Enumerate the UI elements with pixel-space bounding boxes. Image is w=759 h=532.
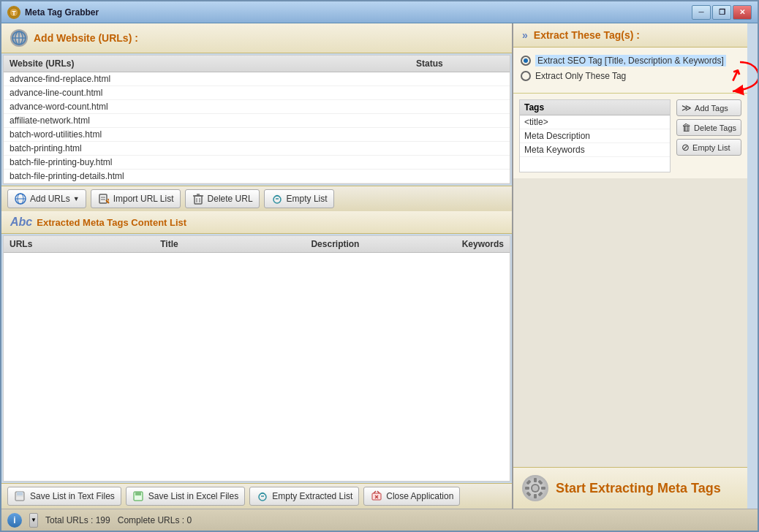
keywords-column-header: Keywords — [462, 239, 504, 249]
empty-extracted-list-label: Empty Extracted List — [272, 491, 352, 501]
tags-list-item[interactable]: Meta Description — [520, 129, 670, 143]
url-column-header: Website (URLs) — [10, 58, 416, 69]
add-tags-button[interactable]: ≫ Add Tags — [676, 99, 741, 116]
svg-rect-40 — [541, 487, 545, 490]
save-excel-files-label: Save List in Excel Files — [148, 491, 238, 501]
list-item[interactable]: advance-line-count.html — [4, 86, 510, 100]
radio-only-circle[interactable] — [521, 71, 531, 81]
radio-seo-circle[interactable] — [521, 56, 531, 66]
svg-point-36 — [532, 485, 538, 491]
svg-rect-23 — [16, 497, 23, 500]
svg-rect-9 — [99, 194, 107, 203]
extracted-table-header: URLs Title Description Keywords — [4, 236, 510, 253]
start-extracting-label: Start Extracting Meta Tags — [556, 481, 721, 496]
delete-tags-icon: 🗑 — [681, 122, 691, 133]
save-text-files-label: Save List in Text Files — [30, 491, 115, 501]
close-button[interactable]: ✕ — [733, 5, 752, 20]
list-item[interactable]: advance-word-count.html — [4, 100, 510, 114]
list-item[interactable]: batch-word-utilities.html — [4, 128, 510, 142]
svg-rect-42 — [526, 491, 531, 496]
app-icon: T — [7, 6, 20, 19]
title-bar: T Meta Tag Grabber ─ ❐ ✕ — [1, 1, 758, 23]
tags-panel: Tags <title> Meta Description Meta Keywo… — [513, 94, 747, 178]
tags-list-item[interactable]: Meta Keywords — [520, 143, 670, 157]
abc-icon: Abc — [10, 216, 32, 229]
save-excel-files-button[interactable]: Save List in Excel Files — [126, 487, 245, 506]
info-button[interactable]: i — [7, 513, 22, 528]
svg-rect-43 — [537, 479, 543, 484]
start-extracting-button[interactable]: Start Extracting Meta Tags — [513, 467, 747, 509]
complete-urls-status: Complete URLs : 0 — [118, 515, 192, 525]
extracted-table[interactable]: URLs Title Description Keywords — [3, 235, 510, 482]
restore-button[interactable]: ❐ — [712, 5, 731, 20]
urls-column-header: URLs — [10, 239, 160, 249]
arrows-icon: » — [522, 29, 528, 41]
left-section: Add Website (URLs) : Website (URLs) Stat… — [1, 23, 513, 509]
empty-extracted-icon — [256, 490, 269, 503]
import-url-list-button[interactable]: Import URL List — [91, 189, 181, 208]
tags-list-item[interactable]: <title> — [520, 115, 670, 129]
list-item[interactable]: batch-printing.html — [4, 142, 510, 156]
save-excel-icon — [132, 490, 146, 503]
delete-tags-label: Delete Tags — [694, 123, 736, 132]
delete-tags-button[interactable]: 🗑 Delete Tags — [676, 119, 741, 136]
delete-url-label: Delete URL — [208, 194, 253, 204]
url-list-container[interactable]: Website (URLs) Status advance-find-repla… — [3, 55, 510, 184]
svg-rect-37 — [534, 478, 537, 482]
extracted-table-body — [4, 253, 510, 481]
delete-icon — [192, 192, 205, 205]
status-bar: i ▼ Total URLs : 199 Complete URLs : 0 — [1, 509, 758, 531]
add-urls-button[interactable]: Add URLs ▼ — [7, 189, 86, 208]
red-arrow-svg — [689, 58, 747, 95]
tags-list-header: Tags — [520, 100, 670, 115]
svg-text:T: T — [12, 10, 16, 17]
bottom-toolbar: Save List in Text Files Save List in Exc… — [1, 483, 512, 509]
url-list-body[interactable]: advance-find-replace.html advance-line-c… — [4, 72, 510, 183]
add-website-title: Add Website (URLs) : — [34, 32, 138, 44]
empty-tags-list-button[interactable]: ⊘ Empty List — [676, 139, 741, 156]
svg-rect-41 — [526, 479, 531, 484]
svg-rect-26 — [135, 497, 142, 500]
add-tags-label: Add Tags — [695, 104, 728, 113]
url-panel: Add Website (URLs) : Website (URLs) Stat… — [1, 23, 512, 211]
save-text-files-button[interactable]: Save List in Text Files — [7, 487, 121, 506]
minimize-button[interactable]: ─ — [692, 5, 711, 20]
empty-list-button[interactable]: Empty List — [264, 189, 334, 208]
close-application-button[interactable]: Close Application — [363, 487, 460, 506]
extract-header: » Extract These Tag(s) : — [513, 23, 747, 48]
close-app-icon — [370, 490, 383, 503]
website-icon — [10, 29, 28, 47]
add-website-header: Add Website (URLs) : — [1, 23, 512, 53]
svg-rect-44 — [537, 491, 543, 496]
add-urls-dropdown-arrow[interactable]: ▼ — [73, 195, 80, 202]
url-list-header: Website (URLs) Status — [4, 56, 510, 72]
gear-icon — [522, 475, 548, 501]
window-controls: ─ ❐ ✕ — [692, 5, 752, 20]
right-spacer — [513, 178, 747, 467]
import-url-list-label: Import URL List — [113, 194, 174, 204]
close-application-label: Close Application — [386, 491, 453, 501]
dropdown-arrow[interactable]: ▼ — [29, 513, 38, 528]
empty-tags-list-label: Empty List — [692, 143, 730, 152]
tags-actions: ≫ Add Tags 🗑 Delete Tags ⊘ Empty List — [676, 99, 741, 172]
extracted-section: Abc Extracted Meta Tags Content List URL… — [1, 211, 512, 509]
delete-url-button[interactable]: Delete URL — [185, 189, 260, 208]
svg-rect-39 — [525, 487, 529, 490]
tags-list[interactable]: Tags <title> Meta Description Meta Keywo… — [519, 99, 671, 172]
list-item[interactable]: affiliate-network.html — [4, 114, 510, 128]
svg-rect-25 — [135, 492, 141, 495]
total-urls-status: Total URLs : 199 — [45, 515, 110, 525]
window-title: Meta Tag Grabber — [25, 7, 692, 18]
desc-column-header: Description — [311, 239, 461, 249]
import-icon — [97, 192, 110, 205]
extracted-header: Abc Extracted Meta Tags Content List — [1, 211, 512, 234]
list-item[interactable]: batch-file-printing-details.html — [4, 170, 510, 183]
globe-icon — [14, 192, 27, 205]
list-item[interactable]: batch-file-printing-buy.html — [4, 156, 510, 170]
extract-only-label: Extract Only These Tag — [535, 71, 626, 81]
list-item[interactable]: advance-find-replace.html — [4, 72, 510, 86]
extract-section-title: Extract These Tag(s) : — [534, 29, 640, 41]
empty-extracted-list-button[interactable]: Empty Extracted List — [249, 487, 359, 506]
right-panel: » Extract These Tag(s) : Extract SEO Tag… — [513, 23, 747, 509]
empty-icon — [271, 192, 284, 205]
